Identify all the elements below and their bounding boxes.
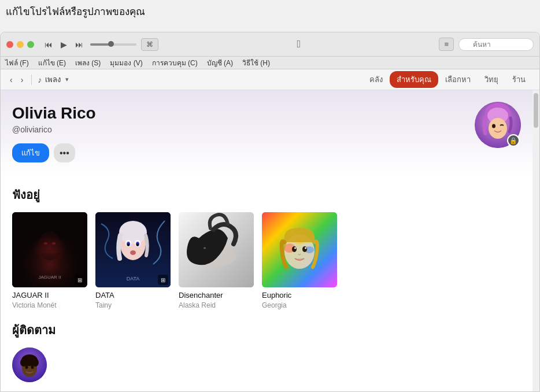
album-title-euphoric: Euphoric: [262, 291, 337, 300]
airplay-icon: ⌘: [146, 40, 153, 49]
search-wrapper: 🔍: [458, 38, 534, 51]
svg-point-25: [204, 247, 206, 249]
follower-avatar[interactable]: [12, 347, 47, 382]
progress-bar[interactable]: [90, 43, 136, 46]
svg-point-9: [52, 242, 56, 245]
svg-point-34: [305, 247, 306, 249]
apple-logo-icon: : [297, 38, 301, 50]
play-button[interactable]: ▶: [58, 39, 69, 50]
album-item-disenchanter[interactable]: Disenchanter Alaska Reid: [179, 212, 254, 309]
toolbar-separator: [31, 75, 32, 85]
avatar-lock-icon: 🔒: [507, 134, 520, 147]
svg-point-40: [25, 365, 28, 369]
menu-edit[interactable]: แก้ไข (E): [38, 57, 66, 68]
svg-point-7: [38, 231, 61, 260]
rewind-button[interactable]: ⏮: [42, 39, 55, 50]
follower-memoji-svg: [12, 347, 47, 382]
album-grid: JAGUAR II ⊞ JAGUAR II Victoria Monét: [12, 212, 528, 309]
avatar-container: 🔒: [475, 102, 521, 148]
svg-point-32: [302, 246, 307, 252]
title-bar-center: : [163, 38, 434, 50]
scrollbar-track: [532, 90, 539, 391]
album-title-data: DATA: [95, 291, 171, 300]
menu-song[interactable]: เพลง (S): [75, 57, 101, 68]
profile-header: Olivia Rico @oliviarico แก้ไข •••: [1, 90, 539, 174]
transport-controls: ⏮ ▶ ⏭: [42, 39, 86, 50]
svg-point-38: [20, 358, 27, 367]
album-item-euphoric[interactable]: Euphoric Georgia: [262, 212, 337, 309]
edit-profile-button[interactable]: แก้ไข: [12, 143, 49, 162]
svg-point-13: [119, 221, 147, 244]
album-item-data[interactable]: DATA ⊞ DATA Tainy: [95, 212, 171, 309]
followers-section-title: ผู้ติดตาม: [12, 321, 528, 339]
menu-account[interactable]: บัญชี (A): [207, 57, 233, 68]
album-item-jaguar[interactable]: JAGUAR II ⊞ JAGUAR II Victoria Monét: [12, 212, 87, 309]
tab-for-you[interactable]: สำหรับคุณ: [390, 71, 438, 88]
album-title-jaguar: JAGUAR II: [12, 291, 87, 300]
svg-point-33: [294, 247, 296, 249]
album-badge-data: ⊞: [158, 275, 168, 285]
minimize-button[interactable]: [17, 41, 24, 48]
svg-point-16: [127, 243, 130, 246]
svg-text:DATA: DATA: [127, 276, 140, 282]
title-bar: ⏮ ▶ ⏭ ⌘  ≡ 🔍: [1, 32, 539, 57]
scrollbar-thumb[interactable]: [534, 93, 538, 128]
svg-point-39: [32, 358, 39, 367]
followers-section: ผู้ติดตาม: [1, 315, 539, 391]
main-content[interactable]: Olivia Rico @oliviarico แก้ไข •••: [1, 90, 539, 391]
menu-view[interactable]: มุมมอง (V): [110, 57, 142, 68]
svg-point-31: [292, 246, 297, 252]
tab-library[interactable]: คลัง: [363, 71, 390, 88]
euphoric-art-svg: [262, 212, 337, 287]
album-badge-jaguar: ⊞: [75, 275, 85, 285]
window-controls: [6, 41, 34, 48]
svg-point-4: [492, 124, 495, 128]
listening-section-title: ฟังอยู่: [12, 186, 528, 204]
album-art-data: DATA ⊞: [95, 212, 171, 287]
tooltip-banner: แก้ไขโปรไฟล์หรือรูปภาพของคุณ: [6, 3, 145, 19]
menu-controls[interactable]: การควบคุม (C): [152, 57, 198, 68]
svg-point-19: [136, 243, 139, 246]
close-button[interactable]: [6, 41, 13, 48]
album-artist-jaguar: Victoria Monét: [12, 301, 87, 309]
menu-bar: ไฟล์ (F) แก้ไข (E) เพลง (S) มุมมอง (V) ก…: [1, 57, 539, 69]
profile-name: Olivia Rico: [12, 104, 528, 123]
toolbar: ‹ › ♪ เพลง ▾ คลัง สำหรับคุณ เลือกหา วิทย…: [1, 69, 539, 90]
maximize-button[interactable]: [27, 41, 34, 48]
more-options-button[interactable]: •••: [54, 143, 75, 162]
fastforward-button[interactable]: ⏭: [73, 39, 86, 50]
tab-radio[interactable]: วิทยุ: [478, 71, 505, 88]
album-art-jaguar: JAGUAR II ⊞: [12, 212, 87, 287]
menu-file[interactable]: ไฟล์ (F): [5, 57, 29, 68]
album-art-disenchanter: [179, 212, 254, 287]
profile-actions: แก้ไข •••: [12, 143, 528, 162]
album-artist-disenchanter: Alaska Reid: [179, 301, 254, 309]
album-artist-data: Tainy: [95, 301, 171, 309]
list-view-button[interactable]: ≡: [439, 38, 454, 51]
svg-text:JAGUAR II: JAGUAR II: [38, 275, 61, 280]
album-title-disenchanter: Disenchanter: [179, 291, 254, 300]
tab-browse[interactable]: เลือกหา: [438, 71, 478, 88]
svg-point-41: [31, 365, 34, 369]
airplay-button[interactable]: ⌘: [141, 38, 158, 51]
music-note-icon: ♪: [38, 75, 42, 84]
profile-handle: @oliviarico: [12, 125, 528, 134]
disenchanter-art-svg: [179, 212, 254, 287]
menu-help[interactable]: วิธีใช้ (H): [242, 57, 270, 68]
album-art-euphoric: [262, 212, 337, 287]
playlist-label: เพลง: [45, 73, 61, 86]
search-input[interactable]: [458, 38, 534, 51]
listening-section: ฟังอยู่: [1, 174, 539, 315]
tab-store[interactable]: ร้าน: [505, 71, 532, 88]
svg-point-8: [44, 242, 47, 245]
forward-button[interactable]: ›: [19, 74, 26, 86]
album-artist-euphoric: Georgia: [262, 301, 337, 309]
title-bar-right: ≡ 🔍: [439, 38, 534, 51]
dropdown-arrow-icon: ▾: [65, 76, 69, 83]
app-window: ⏮ ▶ ⏭ ⌘  ≡ 🔍 ไฟล์ (F) แก้ไข (E) เพลง (S…: [0, 32, 540, 392]
back-button[interactable]: ‹: [8, 74, 15, 86]
progress-thumb: [108, 41, 114, 47]
toolbar-tabs: คลัง สำหรับคุณ เลือกหา วิทยุ ร้าน: [363, 71, 532, 88]
svg-point-3: [489, 118, 507, 139]
svg-point-20: [130, 250, 136, 255]
